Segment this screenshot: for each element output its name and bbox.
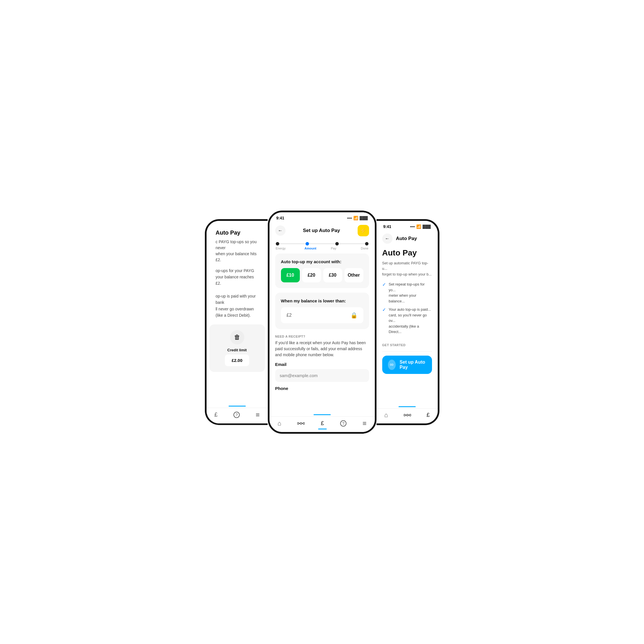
status-time-center: 9:41 [276,216,284,220]
step-label-done: Done [345,247,368,250]
step-line-23 [339,243,365,244]
step-label-pay: Pay [322,247,345,250]
nav-title-center: Set up Auto Pay [303,228,340,233]
topup-card-title: Auto top-up my account with: [281,259,363,264]
center-bottom-nav: ⌂ £ ? ≡ [270,416,375,432]
step-dot-1 [306,242,309,245]
check-text-2: Your auto top-up is paid...card, so you'… [389,307,432,335]
right-description: Set up automatic PAYG top-u...forget to … [377,260,438,277]
nav-home-right[interactable]: ⌂ [384,411,388,419]
back-button-center[interactable]: ← [275,225,286,236]
svg-point-7 [409,414,411,416]
check-item-2: ✓ Your auto top-up is paid...card, so yo… [382,307,432,335]
balance-input[interactable]: £2 🔒 [281,307,363,323]
center-screen: 9:41 ▪▪▪▪ 📶 ▓▓▓ ← Set up Auto Pay ⚡ [270,212,375,432]
svg-point-6 [407,414,408,416]
svg-point-2 [303,423,305,424]
wifi-icon-right: 📶 [416,224,421,229]
balance-value: £2 [287,313,292,318]
balance-card-title: When my balance is lower than: [281,298,363,303]
phone-right: 9:41 ▪▪▪▪ 📶 ▓▓▓ ← Auto Pay Auto Pay Set [377,219,439,425]
topup-card: Auto top-up my account with: £10 £20 £30… [275,253,369,288]
nav-question-left[interactable]: ? [233,412,240,418]
phones-container: Auto Pay c PAYG top-ups so you never whe… [165,211,479,434]
svg-point-0 [297,423,299,424]
right-bottom-nav: ⌂ £ [377,408,438,423]
battery-icon-right: ▓▓▓ [423,224,431,229]
nav-graph-center[interactable] [297,421,305,426]
phone-left: Auto Pay c PAYG top-ups so you never whe… [205,219,268,425]
setup-btn-label: Set up Auto Pay [400,360,426,370]
step-dot-0 [276,242,279,245]
credit-amount: £2.00 [225,354,249,366]
nav-pounds-center[interactable]: £ [321,420,324,427]
step-line-12 [309,243,335,244]
delete-icon: 🗑 [230,330,244,344]
amount-btn-20[interactable]: £20 [302,268,321,282]
check-item-1: ✓ Set repeat top-ups for yo...meter when… [382,282,432,304]
setup-btn-icon: ∞ [388,360,396,370]
left-card: 🗑 Credit limit £2.00 [209,324,265,372]
receipt-heading: NEED A RECEIPT? [275,335,369,338]
lightning-button[interactable]: ⚡ [358,225,369,236]
progress-bar: Energy Amount Pay Done [270,239,375,250]
check-text-1: Set repeat top-ups for yo...meter when y… [389,282,432,304]
nav-question-center[interactable]: ? [340,420,346,427]
amount-btn-30[interactable]: £30 [323,268,342,282]
nav-title-right: Auto Pay [396,236,417,241]
amount-buttons: £10 £20 £30 Other [281,268,363,282]
nav-pounds-right[interactable]: £ [427,412,430,418]
nav-menu-center[interactable]: ≡ [362,419,366,427]
progress-labels: Energy Amount Pay Done [276,247,368,250]
step-label-energy: Energy [276,247,299,250]
amount-btn-10[interactable]: £10 [281,268,300,282]
setup-autopay-button[interactable]: ∞ Set up Auto Pay [382,356,432,374]
status-bar-right: 9:41 ▪▪▪▪ 📶 ▓▓▓ [377,221,438,231]
email-label: Email [275,362,369,367]
svg-point-5 [404,414,405,416]
nav-pounds-left[interactable]: £ [214,411,217,418]
svg-point-1 [300,423,302,424]
step-label-amount: Amount [299,247,322,250]
left-list: op-ups for your PAYG your balance reache… [211,267,263,319]
nav-home-center[interactable]: ⌂ [278,420,281,427]
step-dot-2 [335,242,339,245]
credit-limit-label: Credit limit [227,348,247,352]
graph-icon-right [404,413,411,418]
graph-icon [297,421,305,426]
left-page-title: Auto Pay [211,227,263,239]
nav-graph-right[interactable] [404,413,411,418]
center-nav-bar: ← Set up Auto Pay ⚡ [270,222,375,239]
step-dot-3 [365,242,368,245]
email-input[interactable] [275,369,369,382]
signal-icon-right: ▪▪▪▪ [410,225,415,229]
nav-menu-left[interactable]: ≡ [256,411,260,419]
left-bottom-nav: £ ? ≡ [207,408,268,423]
amount-btn-other[interactable]: Other [344,268,363,282]
status-bar-center: 9:41 ▪▪▪▪ 📶 ▓▓▓ [270,212,375,222]
back-button-right[interactable]: ← [382,233,393,244]
infinity-icon: ∞ [390,362,394,368]
battery-icon-center: ▓▓▓ [360,216,368,220]
right-nav-bar: ← Auto Pay [377,231,438,247]
balance-card: When my balance is lower than: £2 🔒 [275,293,369,329]
center-content: Auto top-up my account with: £10 £20 £30… [270,250,375,413]
status-icons-center: ▪▪▪▪ 📶 ▓▓▓ [347,216,368,220]
phone-label: Phone [275,386,369,391]
right-page-title: Auto Pay [377,247,438,260]
phone-center: 9:41 ▪▪▪▪ 📶 ▓▓▓ ← Set up Auto Pay ⚡ [268,211,377,434]
check-list: ✓ Set repeat top-ups for yo...meter when… [377,282,438,338]
get-started-label: GET STARTED [377,343,438,347]
status-icons-right: ▪▪▪▪ 📶 ▓▓▓ [410,224,431,229]
step-line-01 [279,243,306,244]
status-time-right: 9:41 [383,224,391,229]
check-mark-1: ✓ [382,282,386,287]
wifi-icon-center: 📶 [353,216,358,220]
lock-icon: 🔒 [350,312,358,319]
lightning-icon: ⚡ [360,227,367,234]
left-description: c PAYG top-ups so you never when your ba… [211,239,263,263]
signal-icon-center: ▪▪▪▪ [347,216,352,220]
check-mark-2: ✓ [382,307,386,312]
right-screen: 9:41 ▪▪▪▪ 📶 ▓▓▓ ← Auto Pay Auto Pay Set [377,221,438,423]
receipt-description: If you'd like a receipt when your Auto P… [275,340,369,358]
